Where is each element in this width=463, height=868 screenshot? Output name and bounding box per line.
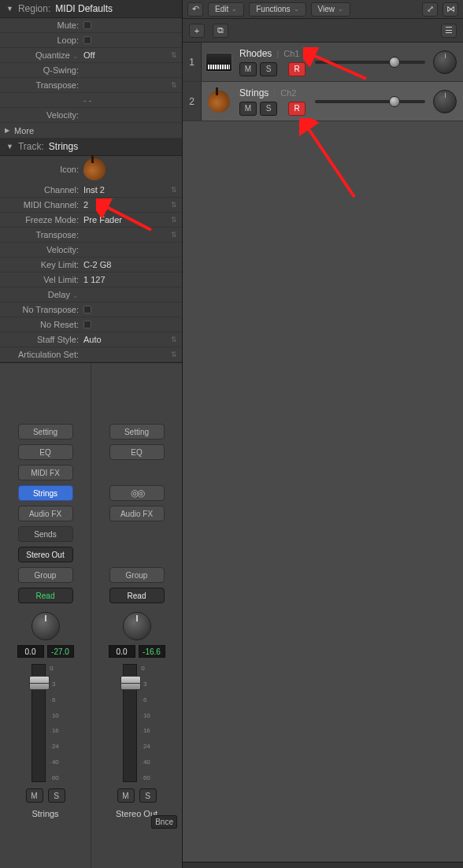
disclosure-triangle-icon[interactable]: ▼ bbox=[6, 143, 13, 150]
audiofx-button[interactable]: Audio FX bbox=[109, 506, 165, 521]
record-button[interactable]: R bbox=[288, 102, 306, 116]
mute-button[interactable]: M bbox=[239, 102, 257, 116]
fader-cap[interactable] bbox=[29, 676, 50, 690]
pan-value[interactable]: 0.0 bbox=[17, 645, 44, 658]
noreset-checkbox[interactable] bbox=[83, 321, 91, 328]
region-header[interactable]: ▼ Region: MIDI Defaults bbox=[0, 0, 182, 18]
catch-icon[interactable]: ↶ bbox=[187, 2, 203, 17]
functions-menu[interactable]: Functions⌄ bbox=[249, 2, 306, 17]
staff-value[interactable]: Auto bbox=[83, 335, 171, 344]
fader[interactable] bbox=[123, 664, 137, 782]
more-row[interactable]: ▶ More bbox=[0, 123, 182, 138]
scrollbar[interactable] bbox=[183, 862, 463, 868]
view-menu[interactable]: View⌄ bbox=[311, 2, 351, 17]
violin-icon[interactable] bbox=[208, 91, 230, 113]
mute-button[interactable]: M bbox=[117, 788, 135, 803]
artic-row[interactable]: Articulation Set: ⇅ bbox=[0, 347, 182, 362]
updown-icon[interactable]: ⇅ bbox=[171, 231, 177, 239]
track-row[interactable]: 1 Rhodes | Ch1 M S R bbox=[183, 43, 463, 82]
pan-knob[interactable] bbox=[31, 612, 60, 640]
track-velocity-row[interactable]: Velocity: bbox=[0, 243, 182, 258]
volume-thumb[interactable] bbox=[389, 57, 400, 68]
solo-button[interactable]: S bbox=[48, 788, 65, 803]
midi-channel-row[interactable]: MIDI Channel: 2 ⇅ bbox=[0, 198, 182, 213]
group-button[interactable]: Group bbox=[18, 567, 73, 583]
edit-menu[interactable]: Edit⌄ bbox=[208, 2, 244, 17]
transpose-row[interactable]: Transpose: ⇅ bbox=[0, 78, 182, 93]
separator: | bbox=[276, 49, 279, 58]
setting-button[interactable]: Setting bbox=[18, 424, 73, 440]
updown-icon[interactable]: ⇅ bbox=[171, 216, 177, 224]
stereo-mode-button[interactable]: ◎◎ bbox=[109, 485, 165, 501]
duplicate-button[interactable]: ⧉ bbox=[213, 24, 228, 38]
mute-button[interactable]: M bbox=[239, 62, 257, 76]
updown-icon[interactable]: ⇅ bbox=[171, 81, 177, 89]
track-name[interactable]: Strings bbox=[239, 87, 269, 98]
track-row[interactable]: 2 Strings | Ch2 M S R bbox=[183, 82, 463, 121]
pan-knob[interactable] bbox=[433, 50, 457, 74]
disclosure-triangle-icon[interactable]: ▶ bbox=[5, 127, 9, 134]
piano-icon[interactable] bbox=[206, 53, 232, 72]
vellimit-value[interactable]: 1 127 bbox=[83, 275, 177, 284]
bounce-button[interactable]: Bnce bbox=[151, 815, 177, 829]
midifx-button[interactable]: MIDI FX bbox=[18, 465, 73, 480]
filter-icon[interactable]: ⋈ bbox=[443, 2, 458, 17]
vellimit-row[interactable]: Vel Limit: 1 127 bbox=[0, 273, 182, 287]
updown-icon[interactable]: ⇅ bbox=[171, 51, 177, 59]
loop-checkbox[interactable] bbox=[83, 36, 91, 44]
output-button[interactable]: Stereo Out bbox=[18, 547, 73, 562]
track-name[interactable]: Rhodes bbox=[239, 48, 272, 59]
midi-channel-value[interactable]: 2 bbox=[83, 200, 171, 210]
instrument-button[interactable]: Strings bbox=[18, 485, 73, 501]
add-button[interactable]: + bbox=[189, 24, 205, 38]
freeze-row[interactable]: Freeze Mode: Pre Fader ⇅ bbox=[0, 213, 182, 228]
track-transpose-row[interactable]: Transpose: ⇅ bbox=[0, 228, 182, 243]
sends-button[interactable]: Sends bbox=[18, 526, 73, 542]
keylimit-value[interactable]: C-2 G8 bbox=[83, 260, 177, 269]
updown-icon[interactable]: ⇅ bbox=[171, 336, 177, 343]
fader-cap[interactable] bbox=[120, 676, 141, 690]
pan-knob[interactable] bbox=[433, 90, 457, 113]
velocity-row[interactable]: Velocity: bbox=[0, 108, 182, 123]
notranspose-checkbox[interactable] bbox=[83, 306, 91, 313]
volume-slider[interactable] bbox=[315, 100, 425, 103]
volume-slider[interactable] bbox=[315, 61, 425, 64]
track-number[interactable]: 2 bbox=[183, 82, 202, 121]
automation-button[interactable]: Read bbox=[109, 588, 165, 603]
disclosure-triangle-icon[interactable]: ▼ bbox=[6, 5, 13, 13]
mute-checkbox[interactable] bbox=[83, 21, 91, 29]
list-view-icon[interactable]: ☰ bbox=[441, 24, 457, 38]
mute-button[interactable]: M bbox=[26, 788, 43, 803]
record-button[interactable]: R bbox=[288, 62, 306, 76]
quantize-row[interactable]: Quantize ⌄ Off ⇅ bbox=[0, 48, 182, 63]
group-button[interactable]: Group bbox=[109, 567, 165, 583]
audiofx-button[interactable]: Audio FX bbox=[18, 506, 73, 521]
updown-icon[interactable]: ⇅ bbox=[171, 201, 177, 209]
delay-row[interactable]: Delay ⌄ bbox=[0, 287, 182, 302]
pan-knob[interactable] bbox=[123, 612, 151, 640]
track-icon-row[interactable]: Icon: bbox=[0, 156, 182, 183]
channel-value[interactable]: Inst 2 bbox=[83, 185, 171, 195]
automation-button[interactable]: Read bbox=[18, 588, 73, 603]
quantize-value[interactable]: Off bbox=[83, 50, 171, 60]
setting-button[interactable]: Setting bbox=[109, 424, 165, 440]
updown-icon[interactable]: ⇅ bbox=[171, 351, 177, 358]
eq-button[interactable]: EQ bbox=[109, 444, 165, 460]
solo-button[interactable]: S bbox=[139, 788, 157, 803]
keylimit-row[interactable]: Key Limit: C-2 G8 bbox=[0, 258, 182, 273]
violin-icon[interactable] bbox=[83, 158, 106, 180]
fader[interactable] bbox=[31, 664, 46, 782]
qswing-row[interactable]: Q-Swing: bbox=[0, 63, 182, 78]
volume-thumb[interactable] bbox=[389, 96, 400, 107]
freeze-value[interactable]: Pre Fader bbox=[83, 215, 171, 224]
channel-row[interactable]: Channel: Inst 2 ⇅ bbox=[0, 183, 182, 198]
track-header[interactable]: ▼ Track: Strings bbox=[0, 138, 182, 156]
link-icon[interactable]: ⤢ bbox=[422, 2, 438, 17]
pan-value[interactable]: 0.0 bbox=[109, 645, 135, 658]
track-number[interactable]: 1 bbox=[183, 43, 202, 81]
solo-button[interactable]: S bbox=[260, 62, 277, 76]
updown-icon[interactable]: ⇅ bbox=[171, 186, 177, 194]
solo-button[interactable]: S bbox=[260, 102, 277, 116]
eq-button[interactable]: EQ bbox=[18, 444, 73, 460]
staff-row[interactable]: Staff Style: Auto ⇅ bbox=[0, 332, 182, 347]
